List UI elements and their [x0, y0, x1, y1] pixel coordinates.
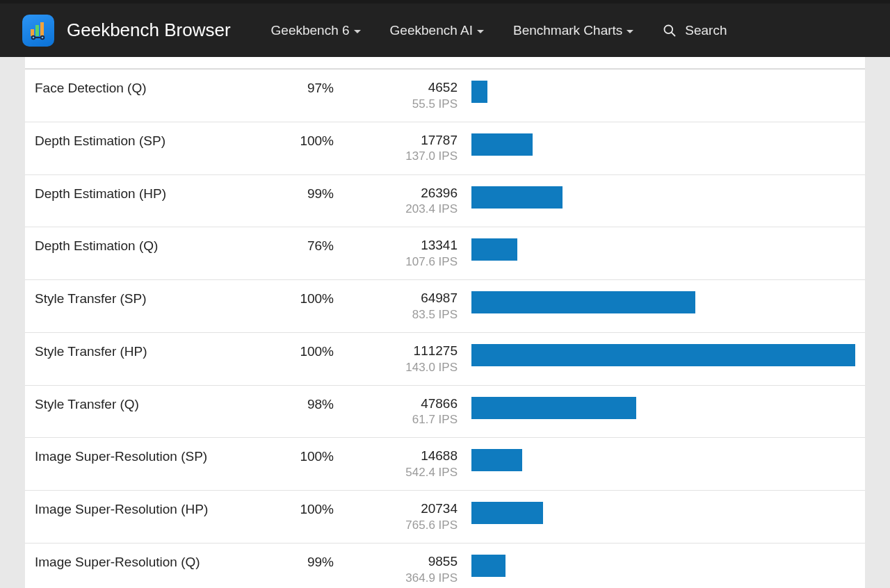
nav-benchmark-charts[interactable]: Benchmark Charts — [505, 23, 642, 38]
benchmark-score: 26396 — [355, 185, 458, 202]
svg-point-6 — [42, 36, 44, 38]
benchmark-score-cell: 9855364.9 IPS — [355, 553, 466, 586]
brand-title[interactable]: Geekbench Browser — [67, 19, 231, 41]
benchmark-accuracy: 100% — [243, 132, 355, 149]
benchmark-bar-cell — [466, 553, 855, 577]
benchmark-bar — [471, 344, 855, 366]
nav-geekbench6[interactable]: Geekbench 6 — [263, 23, 369, 38]
benchmark-ips: 83.5 IPS — [355, 307, 458, 322]
chevron-down-icon — [626, 30, 633, 33]
benchmark-score-cell: 14688542.4 IPS — [355, 448, 466, 480]
benchmark-name: Image Super-Resolution (HP) — [35, 500, 243, 517]
benchmark-score-cell: 4786661.7 IPS — [355, 395, 466, 428]
svg-rect-2 — [40, 22, 44, 36]
benchmark-bar-cell — [466, 500, 855, 524]
benchmark-score-cell: 17787137.0 IPS — [355, 132, 466, 165]
svg-point-5 — [33, 36, 35, 38]
benchmark-score-cell: 26396203.4 IPS — [355, 185, 466, 218]
benchmark-score: 13341 — [355, 237, 458, 254]
benchmark-name: Style Transfer (Q) — [35, 395, 243, 412]
table-row: Depth Estimation (SP)100%17787137.0 IPS — [25, 122, 865, 174]
benchmark-score: 4652 — [355, 79, 458, 97]
benchmark-score: 14688 — [355, 448, 458, 465]
benchmark-score: 17787 — [355, 132, 458, 149]
content: Face Detection (Q)97%465255.5 IPSDepth E… — [0, 57, 890, 588]
benchmark-ips: 542.4 IPS — [355, 465, 458, 480]
benchmark-ips: 107.6 IPS — [355, 254, 458, 270]
benchmark-bar-cell — [466, 132, 855, 156]
benchmark-bar — [471, 238, 517, 261]
benchmark-score-cell: 13341107.6 IPS — [355, 237, 466, 270]
logo-icon — [27, 19, 49, 42]
benchmark-name: Face Detection (Q) — [35, 79, 243, 96]
benchmark-bar-cell — [466, 343, 855, 366]
benchmark-score: 9855 — [355, 553, 458, 571]
benchmark-score-cell: 6498783.5 IPS — [355, 290, 466, 322]
benchmark-score: 20734 — [355, 500, 458, 518]
navbar: Geekbench Browser Geekbench 6 Geekbench … — [0, 3, 890, 57]
benchmark-accuracy: 100% — [243, 343, 355, 359]
table-row: Image Super-Resolution (SP)100%14688542.… — [25, 437, 865, 490]
table-row-stub — [25, 57, 865, 69]
search-icon — [663, 24, 677, 38]
benchmark-table: Face Detection (Q)97%465255.5 IPSDepth E… — [25, 57, 865, 588]
benchmark-accuracy: 99% — [243, 553, 355, 570]
nav-geekbench-ai-label: Geekbench AI — [390, 23, 473, 38]
benchmark-accuracy: 99% — [243, 185, 355, 202]
benchmark-accuracy: 100% — [243, 290, 355, 307]
table-row: Image Super-Resolution (Q)99%9855364.9 I… — [25, 543, 865, 588]
benchmark-bar — [471, 449, 522, 471]
benchmark-name: Image Super-Resolution (SP) — [35, 448, 243, 464]
benchmark-bar-cell — [466, 290, 855, 313]
benchmark-score: 64987 — [355, 290, 458, 307]
benchmark-bar — [471, 397, 636, 419]
svg-rect-1 — [35, 25, 39, 36]
svg-rect-7 — [35, 37, 41, 38]
benchmark-bar-cell — [466, 79, 855, 103]
table-row: Depth Estimation (Q)76%13341107.6 IPS — [25, 227, 865, 279]
svg-line-9 — [672, 32, 675, 35]
benchmark-name: Depth Estimation (SP) — [35, 132, 243, 149]
benchmark-accuracy: 76% — [243, 237, 355, 254]
chevron-down-icon — [477, 30, 484, 33]
benchmark-ips: 61.7 IPS — [355, 412, 458, 427]
benchmark-bar — [471, 81, 487, 103]
benchmark-ips: 203.4 IPS — [355, 202, 458, 217]
table-row: Face Detection (Q)97%465255.5 IPS — [25, 69, 865, 122]
nav-geekbench-ai[interactable]: Geekbench AI — [382, 23, 492, 38]
benchmark-accuracy: 98% — [243, 395, 355, 412]
benchmark-bar — [471, 502, 543, 524]
benchmark-score-cell: 465255.5 IPS — [355, 79, 466, 112]
benchmark-bar — [471, 133, 533, 156]
benchmark-score: 111275 — [355, 343, 458, 360]
benchmark-name: Style Transfer (HP) — [35, 343, 243, 359]
benchmark-ips: 143.0 IPS — [355, 360, 458, 375]
benchmark-name: Image Super-Resolution (Q) — [35, 553, 243, 570]
table-row: Image Super-Resolution (HP)100%20734765.… — [25, 490, 865, 543]
nav-search-label: Search — [685, 23, 727, 38]
benchmark-ips: 55.5 IPS — [355, 97, 458, 112]
benchmark-bar-cell — [466, 237, 855, 261]
nav-geekbench6-label: Geekbench 6 — [271, 23, 350, 38]
table-row: Style Transfer (SP)100%6498783.5 IPS — [25, 279, 865, 332]
benchmark-ips: 364.9 IPS — [355, 571, 458, 586]
benchmark-bar-cell — [466, 395, 855, 419]
table-row: Depth Estimation (HP)99%26396203.4 IPS — [25, 174, 865, 227]
benchmark-bar-cell — [466, 185, 855, 209]
benchmark-ips: 765.6 IPS — [355, 518, 458, 533]
benchmark-name: Depth Estimation (HP) — [35, 185, 243, 202]
chevron-down-icon — [354, 30, 361, 33]
benchmark-accuracy: 100% — [243, 500, 355, 517]
logo[interactable] — [22, 15, 54, 47]
benchmark-score: 47866 — [355, 395, 458, 413]
benchmark-bar — [471, 291, 695, 313]
benchmark-score-cell: 20734765.6 IPS — [355, 500, 466, 533]
benchmark-name: Style Transfer (SP) — [35, 290, 243, 307]
benchmark-bar — [471, 186, 563, 209]
nav-search[interactable]: Search — [654, 23, 727, 38]
svg-rect-0 — [31, 29, 34, 36]
benchmark-ips: 137.0 IPS — [355, 149, 458, 164]
benchmark-score-cell: 111275143.0 IPS — [355, 343, 466, 375]
nav-benchmark-charts-label: Benchmark Charts — [513, 23, 622, 38]
benchmark-bar — [471, 555, 505, 577]
